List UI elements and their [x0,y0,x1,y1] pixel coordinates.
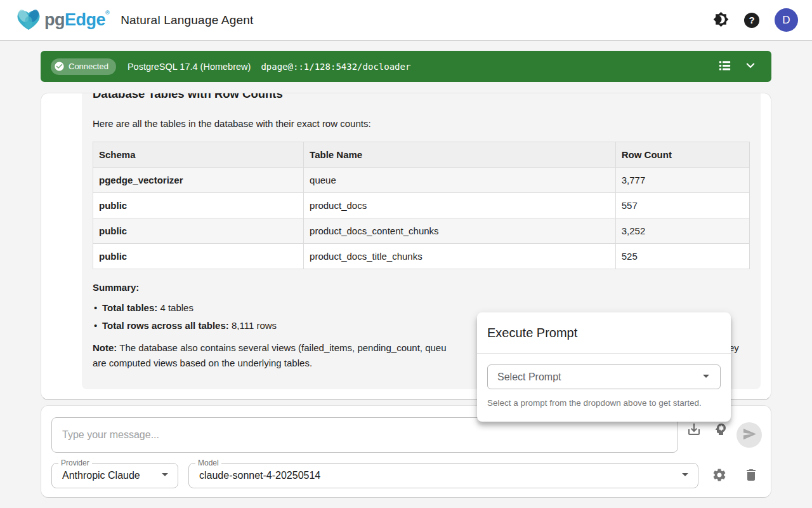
pgedge-heart-icon [14,5,43,36]
provider-select[interactable]: Provider Anthropic Claude [51,463,178,488]
server-list-button[interactable] [717,58,732,75]
psychology-icon [713,422,728,439]
table-row: pgedge_vectorizer queue 3,777 [93,168,750,193]
connection-status-label: Connected [69,62,108,71]
table-row: public product_docs_title_chunks 525 [93,244,750,269]
model-select-value: claude-sonnet-4-20250514 [199,470,678,481]
connection-bar-actions [717,57,759,76]
clear-chat-button[interactable] [743,468,759,483]
brand-wordmark: pgEdge® [44,11,109,29]
table-header-row: Schema Table Name Row Count [93,142,750,168]
dialog-title: Execute Prompt [477,312,731,353]
connection-string: dpage@::1/128:5432/docloader [261,62,410,72]
help-icon: ? [744,13,759,28]
help-button[interactable]: ? [744,13,759,28]
column-header-schema: Schema [93,142,304,168]
prompt-select-value: Select Prompt [497,371,698,383]
pgedge-logo: pgEdge® [14,5,109,36]
send-button[interactable] [737,422,762,448]
provider-select-value: Anthropic Claude [62,470,157,481]
trash-icon [743,467,759,485]
dark-mode-icon [713,11,729,29]
connection-expand-button[interactable] [742,57,759,76]
prompt-select[interactable]: Select Prompt [487,364,721,389]
model-select-label: Model [195,458,221,467]
server-list-icon [717,58,732,75]
message-heading: Database Tables with Row Counts [93,93,750,101]
table-row: public product_docs_content_chunks 3,252 [93,218,750,244]
settings-button[interactable] [712,468,727,483]
provider-select-label: Provider [58,458,92,467]
arrow-dropdown-icon [678,467,693,485]
thinking-mode-button[interactable] [713,422,728,438]
table-row: public product_docs 557 [93,193,750,218]
check-circle-icon [54,61,65,72]
dialog-divider [477,353,731,354]
arrow-dropdown-icon [698,368,714,386]
user-avatar[interactable]: D [775,8,798,32]
model-select[interactable]: Model claude-sonnet-4-20250514 [188,463,698,488]
page-title: Natural Language Agent [121,13,253,27]
appbar-actions: ? D [713,8,798,32]
connection-status-badge: Connected [51,58,116,75]
send-icon [742,427,757,443]
column-header-table-name: Table Name [304,142,616,168]
app-header: pgEdge® Natural Language Agent ? D [0,0,812,41]
message-intro: Here are all the tables in the database … [93,117,750,130]
theme-toggle-button[interactable] [713,11,729,29]
summary-heading: Summary: [93,281,750,294]
arrow-dropdown-icon [157,467,173,485]
column-header-row-count: Row Count [615,142,749,168]
download-icon [686,422,702,439]
gear-icon [712,467,727,485]
download-chat-button[interactable] [686,422,702,438]
page: pgEdge® Natural Language Agent ? D Conne… [0,0,812,508]
message-input[interactable] [51,417,678,453]
chevron-down-icon [742,57,759,76]
connection-bar: Connected PostgreSQL 17.4 (Homebrew) dpa… [41,51,771,82]
server-version-label: PostgreSQL 17.4 (Homebrew) [128,62,251,72]
execute-prompt-dialog: Execute Prompt Select Prompt Select a pr… [477,312,731,422]
db-tables-table: Schema Table Name Row Count pgedge_vecto… [93,142,750,269]
dialog-helper-text: Select a prompt from the dropdown above … [487,398,721,408]
